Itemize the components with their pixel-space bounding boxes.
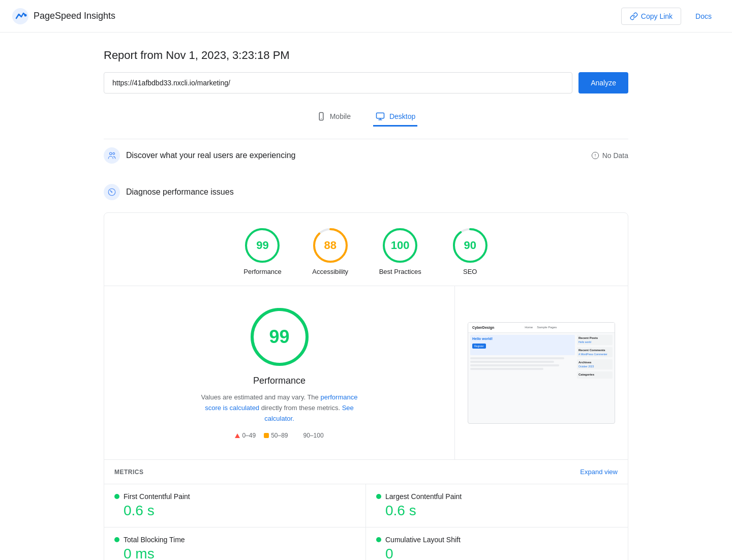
logo-area: PageSpeed Insights: [12, 8, 115, 24]
mock-hero-btn: Register: [472, 344, 486, 349]
pagespeed-logo-icon: [12, 8, 28, 24]
mock-nav: CyberDesign Home Sample Pages: [468, 323, 615, 333]
docs-button[interactable]: Docs: [687, 8, 720, 24]
mock-archive-link: October 2023: [578, 365, 611, 368]
svg-point-1: [24, 14, 27, 16]
metric-fcp-dot: [114, 494, 119, 499]
copy-link-button[interactable]: Copy Link: [621, 8, 681, 25]
score-accessibility[interactable]: 88 Accessibility: [312, 227, 349, 275]
pass-dot-icon: [296, 433, 301, 438]
metric-lcp-name-row: Largest Contentful Paint: [376, 492, 618, 501]
mock-nav-links: Home Sample Pages: [525, 326, 557, 329]
mobile-icon: [317, 112, 326, 121]
mock-hero: Hello world! Register: [470, 335, 575, 355]
expand-view-button[interactable]: Expand view: [580, 468, 618, 476]
gauge-icon: [107, 188, 116, 197]
metric-tbt: Total Blocking Time 0 ms: [104, 527, 366, 560]
score-best-practices[interactable]: 100 Best Practices: [379, 227, 421, 275]
avg-square-icon: [264, 433, 269, 438]
tab-desktop-label: Desktop: [389, 112, 415, 120]
metrics-grid: First Contentful Paint 0.6 s Largest Con…: [104, 484, 628, 560]
detail-panel: 99 Performance Values are estimated and …: [104, 286, 628, 459]
users-icon: [107, 151, 116, 160]
performance-ring-svg: [244, 227, 281, 264]
svg-point-9: [111, 192, 112, 193]
info-icon: [591, 151, 599, 160]
metric-tbt-name-row: Total Blocking Time: [114, 536, 355, 544]
score-seo[interactable]: 90 SEO: [452, 227, 489, 275]
accessibility-circle: 88: [312, 227, 349, 264]
no-data-indicator: No Data: [591, 151, 628, 160]
detail-desc-text: Values are estimated and may vary. The: [201, 393, 319, 401]
accessibility-label: Accessibility: [312, 268, 348, 275]
fail-triangle-icon: [235, 433, 240, 438]
mock-recent-comments: Recent Comments A WordPress Commenter: [577, 347, 613, 357]
mock-hero-title: Hello world!: [472, 337, 573, 340]
diagnose-section-header: Diagnose performance issues: [104, 176, 628, 208]
mock-text-1: [470, 357, 564, 359]
seo-label: SEO: [463, 268, 477, 275]
tab-mobile[interactable]: Mobile: [315, 108, 353, 127]
metric-cls-dot: [376, 537, 381, 542]
mock-text-3: [470, 364, 559, 366]
svg-point-13: [314, 229, 347, 262]
legend: 0–49 50–89 90–100: [235, 432, 323, 439]
metric-cls-name-row: Cumulative Layout Shift: [376, 536, 618, 544]
big-performance-score: 99: [269, 326, 289, 348]
metrics-header: METRICS Expand view: [104, 459, 628, 484]
detail-score-label: Performance: [253, 376, 306, 386]
url-bar: Analyze: [104, 72, 628, 94]
app-title: PageSpeed Insights: [34, 11, 115, 21]
svg-rect-4: [376, 113, 384, 118]
mock-main: Hello world! Register: [470, 335, 575, 421]
metric-lcp: Largest Contentful Paint 0.6 s: [366, 484, 628, 527]
main-content: Report from Nov 1, 2023, 3:23:18 PM Anal…: [92, 33, 640, 560]
mock-recent-posts: Recent Posts Hello world: [577, 335, 613, 345]
mock-post-link-1: Hello world: [578, 340, 611, 344]
real-users-section: Discover what your real users are experi…: [104, 139, 628, 172]
diagnose-title: Diagnose performance issues: [126, 188, 234, 197]
site-screenshot: CyberDesign Home Sample Pages Hello worl…: [468, 322, 615, 424]
real-users-icon: [104, 147, 120, 164]
tab-desktop[interactable]: Desktop: [373, 108, 417, 127]
analyze-button[interactable]: Analyze: [578, 72, 628, 94]
legend-item-fail: 0–49: [235, 432, 256, 439]
legend-item-pass: 90–100: [296, 432, 324, 439]
mock-nav-sample: Sample Pages: [537, 326, 557, 329]
metric-cls-value: 0: [376, 546, 618, 560]
real-users-left: Discover what your real users are experi…: [104, 147, 295, 164]
score-performance[interactable]: 99 Performance: [243, 227, 281, 275]
metric-fcp: First Contentful Paint 0.6 s: [104, 484, 366, 527]
metric-cls-name: Cumulative Layout Shift: [385, 536, 461, 544]
mock-brand: CyberDesign: [472, 326, 494, 329]
mock-categories-title: Categories: [578, 373, 611, 376]
svg-point-3: [321, 118, 322, 119]
svg-point-6: [113, 152, 115, 154]
metrics-label: METRICS: [114, 469, 144, 476]
metric-lcp-dot: [376, 494, 381, 499]
mock-categories: Categories: [577, 371, 613, 379]
detail-desc-text2: directly from these metrics.: [261, 404, 340, 412]
metric-tbt-dot: [114, 537, 119, 542]
seo-ring-svg: [452, 227, 489, 264]
url-input[interactable]: [104, 72, 572, 94]
mock-comment-link: A WordPress Commenter: [578, 353, 611, 356]
best-practices-label: Best Practices: [379, 268, 421, 275]
mock-text-4: [470, 368, 543, 370]
detail-left: 99 Performance Values are estimated and …: [104, 286, 455, 459]
diagnose-icon: [104, 184, 120, 200]
tabs-container: Mobile Desktop: [104, 108, 628, 127]
mock-body: Hello world! Register Recent Posts H: [468, 333, 615, 423]
real-users-title: Discover what your real users are experi…: [126, 151, 295, 160]
fail-range: 0–49: [242, 432, 256, 439]
mock-recent-posts-title: Recent Posts: [578, 336, 611, 339]
performance-circle: 99: [244, 227, 281, 264]
metric-tbt-name: Total Blocking Time: [124, 536, 185, 544]
mock-text-2: [470, 361, 554, 363]
detail-description: Values are estimated and may vary. The p…: [198, 392, 361, 424]
seo-circle: 90: [452, 227, 489, 264]
header: PageSpeed Insights Copy Link Docs: [0, 0, 732, 33]
mock-sidebar: Recent Posts Hello world Recent Comments…: [577, 335, 613, 421]
metric-lcp-value: 0.6 s: [376, 503, 618, 519]
score-card: 99 Performance 88 Accessibility: [104, 212, 628, 560]
